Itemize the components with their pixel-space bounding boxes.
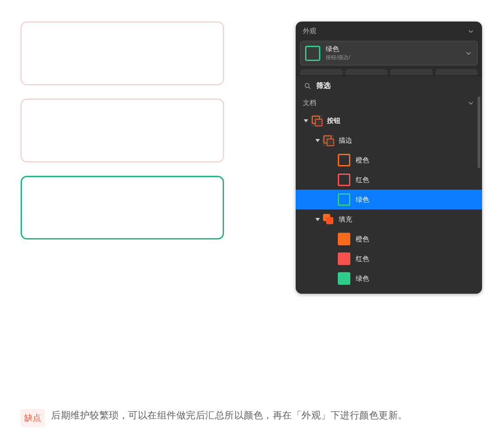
canvas-box-3[interactable] xyxy=(21,176,224,239)
tool-button[interactable] xyxy=(390,69,433,75)
swatch-icon xyxy=(338,233,350,245)
color-label: 绿色 xyxy=(356,196,482,204)
swatch-icon xyxy=(338,154,350,166)
tree-group-fill[interactable]: 填充 xyxy=(296,209,482,229)
color-variable-selector[interactable]: 绿色 按钮/描边/ xyxy=(300,41,478,65)
tree-group-stroke[interactable]: 描边 xyxy=(296,130,482,150)
disclosure-triangle-icon xyxy=(315,218,320,221)
color-label: 红色 xyxy=(356,176,482,184)
disclosure-triangle-icon xyxy=(315,139,320,142)
scrollbar[interactable] xyxy=(478,96,480,168)
color-item-green-fill[interactable]: 绿色 xyxy=(296,269,482,288)
caption-text: 后期维护较繁琐，可以在组件做完后汇总所以颜色，再在「外观」下进行颜色更新。 xyxy=(51,406,408,424)
color-label: 橙色 xyxy=(356,235,482,244)
chevron-down-icon xyxy=(465,49,473,57)
appearance-panel: 外观 绿色 按钮/描边/ 筛选 文档 按钮 xyxy=(296,22,482,294)
color-item-red-fill[interactable]: 红色 xyxy=(296,249,482,269)
color-item-orange-fill[interactable]: 橙色 xyxy=(296,229,482,249)
tool-button[interactable] xyxy=(345,69,388,75)
svg-line-1 xyxy=(309,87,310,89)
swatch-icon xyxy=(338,252,350,265)
folder-icon xyxy=(323,213,334,225)
filter-row[interactable]: 筛选 xyxy=(296,76,482,95)
tool-button[interactable] xyxy=(300,69,343,75)
toolbar-peek xyxy=(300,69,478,75)
folder-icon xyxy=(311,115,323,126)
swatch-icon xyxy=(338,272,350,285)
tree-label: 描边 xyxy=(339,136,482,145)
caption: 缺点 后期维护较繁琐，可以在组件做完后汇总所以颜色，再在「外观」下进行颜色更新。 xyxy=(21,406,482,427)
tree-label: 填充 xyxy=(339,215,482,224)
document-section[interactable]: 文档 xyxy=(296,95,482,111)
selected-color-path: 按钮/描边/ xyxy=(326,54,473,61)
folder-icon xyxy=(323,135,334,146)
tool-button[interactable] xyxy=(435,69,478,75)
color-label: 橙色 xyxy=(356,156,482,165)
color-item-red-stroke[interactable]: 红色 xyxy=(296,170,482,190)
panel-title: 外观 xyxy=(303,27,316,35)
color-tree: 按钮 描边 橙色 红色 绿色 xyxy=(296,111,482,290)
swatch-icon xyxy=(338,174,350,186)
color-item-green-stroke[interactable]: 绿色 xyxy=(296,190,482,209)
filter-label: 筛选 xyxy=(316,81,331,91)
selected-swatch-icon xyxy=(305,46,320,61)
caption-badge: 缺点 xyxy=(21,409,45,427)
color-label: 红色 xyxy=(356,255,482,263)
swatch-icon xyxy=(338,193,350,206)
svg-point-0 xyxy=(305,83,309,87)
canvas-box-1[interactable] xyxy=(21,22,224,85)
color-item-orange-stroke[interactable]: 橙色 xyxy=(296,150,482,170)
tree-label: 按钮 xyxy=(327,117,482,125)
canvas-box-2[interactable] xyxy=(21,99,224,162)
tree-group-button[interactable]: 按钮 xyxy=(296,111,482,130)
chevron-down-icon[interactable] xyxy=(467,27,475,35)
color-label: 绿色 xyxy=(356,274,482,283)
disclosure-triangle-icon xyxy=(304,119,308,122)
selected-color-name: 绿色 xyxy=(326,45,473,53)
color-dropdown: 筛选 文档 按钮 描边 橙色 红 xyxy=(296,75,482,294)
section-label: 文档 xyxy=(303,99,316,107)
search-icon xyxy=(304,82,312,90)
canvas-area xyxy=(21,22,224,253)
chevron-down-icon xyxy=(467,99,475,107)
